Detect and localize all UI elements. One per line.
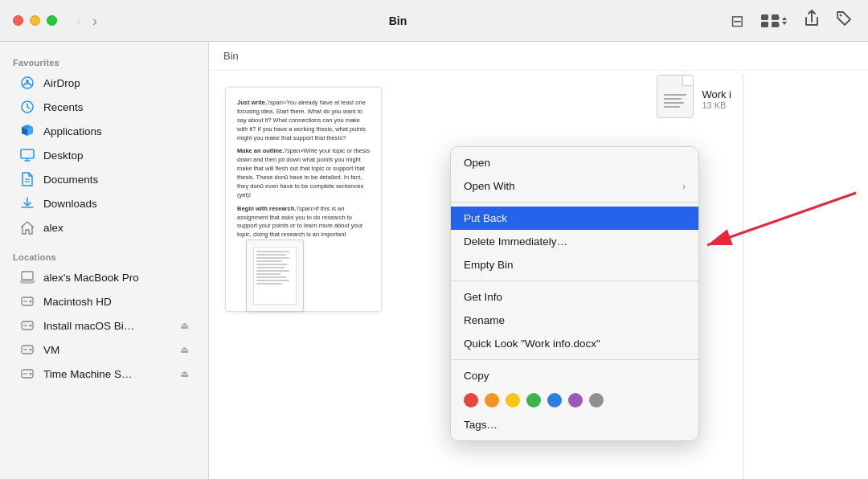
menu-item-put-back[interactable]: Put Back xyxy=(451,207,698,230)
menu-divider-2 xyxy=(451,280,698,281)
window-controls xyxy=(13,15,57,26)
minimize-button[interactable] xyxy=(30,15,40,26)
share-icon[interactable] xyxy=(800,6,823,35)
svg-point-6 xyxy=(26,80,29,83)
menu-item-rename-label: Rename xyxy=(464,314,505,326)
svg-rect-8 xyxy=(21,149,34,158)
sidebar-item-desktop[interactable]: Desktop xyxy=(6,143,202,167)
downloads-icon xyxy=(19,195,35,211)
dock-icon[interactable]: ⊟ xyxy=(727,8,747,34)
color-dot-green[interactable] xyxy=(526,393,541,407)
hdd-icon xyxy=(19,293,35,309)
svg-rect-3 xyxy=(772,22,779,27)
desktop-icon xyxy=(19,147,35,163)
sidebar-item-alex[interactable]: alex xyxy=(6,215,202,240)
sidebar-item-applications[interactable]: Applications xyxy=(6,119,202,143)
menu-item-open-with[interactable]: Open With › xyxy=(451,174,698,198)
laptop-icon xyxy=(19,269,35,285)
maximize-button[interactable] xyxy=(47,15,57,26)
color-dot-blue[interactable] xyxy=(547,393,562,407)
svg-point-22 xyxy=(30,373,32,375)
svg-rect-1 xyxy=(772,14,779,20)
menu-item-quicklook-label: Quick Look "Work info.docx" xyxy=(464,338,600,350)
thumbnail-area xyxy=(246,240,304,312)
svg-point-16 xyxy=(30,325,32,327)
menu-item-get-info[interactable]: Get Info xyxy=(451,285,698,309)
svg-rect-0 xyxy=(761,14,768,20)
downloads-label: Downloads xyxy=(43,198,189,210)
favourites-section-label: Favourites xyxy=(0,51,208,71)
color-dot-orange[interactable] xyxy=(485,393,499,407)
svg-point-4 xyxy=(840,14,842,17)
airdrop-icon xyxy=(19,75,35,91)
svg-rect-2 xyxy=(761,22,768,27)
install-hdd-icon xyxy=(19,317,35,334)
applications-icon xyxy=(19,123,35,139)
sidebar-item-downloads[interactable]: Downloads xyxy=(6,191,202,215)
menu-item-quicklook[interactable]: Quick Look "Work info.docx" xyxy=(451,332,698,355)
close-button[interactable] xyxy=(13,15,23,26)
timemachine-label: Time Machine S… xyxy=(43,368,172,380)
thumbnail-inner xyxy=(253,247,297,305)
tag-icon[interactable] xyxy=(833,7,855,34)
sidebar-item-macbook[interactable]: alex's MacBook Pro xyxy=(6,265,202,289)
recents-icon xyxy=(19,99,35,115)
sidebar-item-airdrop[interactable]: AirDrop xyxy=(6,71,202,95)
install-eject-icon[interactable]: ⏏ xyxy=(180,320,189,331)
install-label: Install macOS Bi… xyxy=(43,320,172,332)
sidebar-item-recents[interactable]: Recents xyxy=(6,95,202,119)
view-options-icon[interactable] xyxy=(757,10,791,32)
color-dot-yellow[interactable] xyxy=(506,393,520,407)
macbook-label: alex's MacBook Pro xyxy=(43,272,189,284)
applications-label: Applications xyxy=(43,125,189,137)
airdrop-label: AirDrop xyxy=(43,77,189,89)
vm-eject-icon[interactable]: ⏏ xyxy=(180,344,189,355)
desktop-label: Desktop xyxy=(43,149,189,162)
menu-item-empty-bin-label: Empty Bin xyxy=(464,259,514,271)
menu-divider-1 xyxy=(451,202,698,203)
color-dot-red[interactable] xyxy=(464,393,478,407)
menu-item-delete[interactable]: Delete Immediately… xyxy=(451,230,698,253)
sidebar-item-install[interactable]: Install macOS Bi… ⏏ xyxy=(6,313,202,338)
macintosh-label: Macintosh HD xyxy=(43,296,189,308)
color-dot-purple[interactable] xyxy=(568,393,583,407)
content-area: Bin Just write.'/span>You already have a… xyxy=(209,42,868,479)
timemachine-hdd-icon xyxy=(19,366,35,382)
content-breadcrumb: Bin xyxy=(209,42,868,71)
menu-item-empty-bin[interactable]: Empty Bin xyxy=(451,253,698,276)
color-dots-row xyxy=(451,387,698,413)
svg-point-13 xyxy=(30,301,32,303)
alex-label: alex xyxy=(43,222,189,234)
color-dot-gray[interactable] xyxy=(589,393,604,407)
sidebar-item-documents[interactable]: Documents xyxy=(6,167,202,191)
menu-item-delete-label: Delete Immediately… xyxy=(464,235,567,248)
svg-rect-11 xyxy=(22,272,33,280)
sidebar-item-vm[interactable]: VM ⏏ xyxy=(6,338,202,362)
context-menu: Open Open With › Put Back Delete Immedia… xyxy=(450,146,699,441)
vm-hdd-icon xyxy=(19,342,35,358)
menu-item-tags[interactable]: Tags… xyxy=(451,413,698,436)
menu-item-copy-label: Copy xyxy=(464,370,489,382)
main-area: Favourites AirDrop Recents xyxy=(0,42,868,479)
timemachine-eject-icon[interactable]: ⏏ xyxy=(180,368,189,379)
file-doc-icon xyxy=(657,75,694,118)
sidebar: Favourites AirDrop Recents xyxy=(0,42,209,479)
sidebar-item-macintosh[interactable]: Macintosh HD xyxy=(6,289,202,313)
file-icon-area: Work i 13 KB xyxy=(657,75,731,118)
documents-icon xyxy=(19,171,35,187)
file-title: Work i xyxy=(702,88,731,100)
menu-item-rename[interactable]: Rename xyxy=(451,309,698,332)
menu-item-open-label: Open xyxy=(464,157,490,169)
locations-section-label: Locations xyxy=(0,246,208,265)
menu-divider-3 xyxy=(451,359,698,360)
file-thumbnail[interactable] xyxy=(246,240,304,312)
sidebar-item-timemachine[interactable]: Time Machine S… ⏏ xyxy=(6,362,202,386)
home-icon xyxy=(19,219,35,235)
titlebar-actions: ⊟ xyxy=(727,6,855,35)
menu-item-tags-label: Tags… xyxy=(464,419,497,431)
menu-item-put-back-label: Put Back xyxy=(464,212,507,224)
open-with-arrow: › xyxy=(682,181,686,192)
menu-item-open[interactable]: Open xyxy=(451,151,698,174)
window-title: Bin xyxy=(68,14,727,27)
menu-item-copy[interactable]: Copy xyxy=(451,364,698,387)
